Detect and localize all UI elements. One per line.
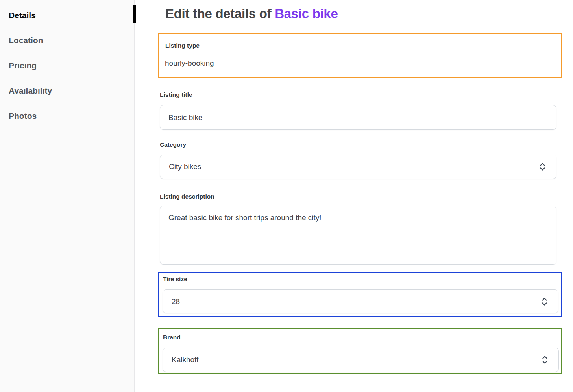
listing-title-group: Listing title [160, 91, 556, 130]
listing-type-label: Listing type [165, 42, 555, 49]
app-window: Details Location Pricing Availability Ph… [0, 0, 573, 392]
active-tab-indicator [133, 5, 136, 23]
brand-selected-value: Kalkhoff [172, 355, 198, 364]
brand-group: Brand Kalkhoff [158, 328, 562, 374]
tire-size-label: Tire size [163, 275, 558, 283]
category-label: Category [160, 141, 556, 148]
listing-type-group: Listing type hourly-booking [158, 33, 562, 78]
listing-title-label: Listing title [160, 91, 556, 98]
chevron-up-down-icon [542, 355, 548, 364]
listing-title-input[interactable] [160, 105, 556, 130]
sidebar-item-photos[interactable]: Photos [0, 103, 134, 129]
category-group: Category City bikes [160, 141, 556, 179]
sidebar: Details Location Pricing Availability Ph… [0, 0, 135, 392]
chevron-up-down-icon [539, 162, 546, 171]
edit-listing-form: Listing type hourly-booking Listing titl… [158, 33, 562, 374]
sidebar-item-details[interactable]: Details [0, 3, 134, 28]
tire-size-selected-value: 28 [172, 297, 180, 306]
brand-select[interactable]: Kalkhoff [163, 348, 559, 372]
listing-description-textarea[interactable]: Great basic bike for short trips around … [160, 206, 556, 265]
listing-description-group: Listing description Great basic bike for… [160, 193, 556, 265]
listing-type-value: hourly-booking [165, 59, 555, 68]
page-title: Edit the details of Basic bike [165, 6, 573, 22]
category-select[interactable]: City bikes [160, 155, 556, 179]
chevron-up-down-icon [541, 297, 548, 306]
sidebar-item-location[interactable]: Location [0, 28, 134, 53]
sidebar-item-availability[interactable]: Availability [0, 78, 134, 103]
tire-size-select[interactable]: 28 [163, 289, 558, 313]
sidebar-item-pricing[interactable]: Pricing [0, 53, 134, 78]
listing-description-label: Listing description [160, 193, 556, 200]
main-content: Edit the details of Basic bike Listing t… [135, 0, 573, 392]
page-title-listing-name: Basic bike [275, 6, 338, 21]
page-title-prefix: Edit the details of [165, 6, 275, 21]
tire-size-group: Tire size 28 [158, 272, 562, 317]
category-selected-value: City bikes [169, 162, 201, 171]
brand-label: Brand [163, 333, 559, 341]
